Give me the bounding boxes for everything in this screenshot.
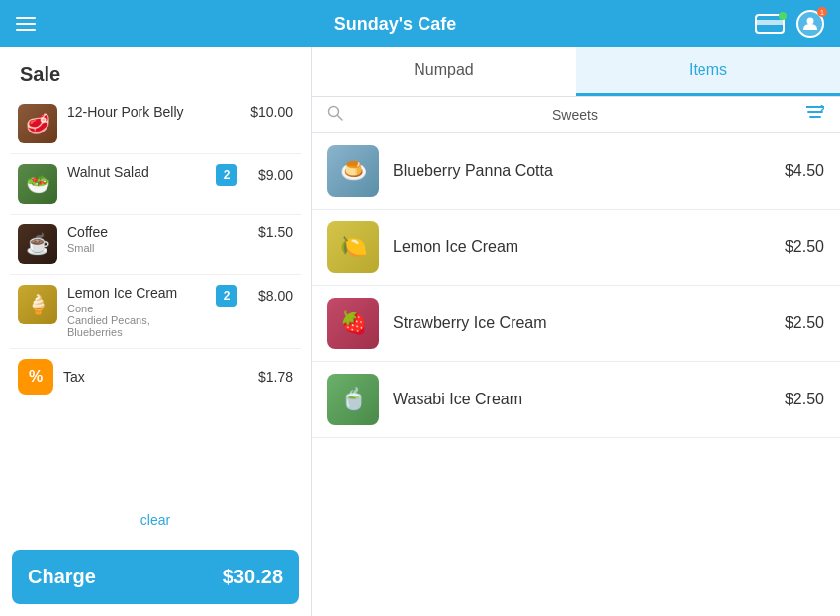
menu-item-price: $4.50 [785, 162, 824, 180]
sale-item-right: $10.00 [243, 104, 293, 120]
menu-item-price: $2.50 [785, 314, 824, 332]
menu-items-list: 🍮 Blueberry Panna Cotta $4.50 🍋 Lemon Ic… [312, 133, 840, 616]
svg-line-4 [338, 116, 343, 121]
menu-item-price: $2.50 [785, 391, 824, 408]
header-right: 1 [755, 10, 824, 38]
person-icon [802, 16, 818, 32]
menu-item[interactable]: 🍓 Strawberry Ice Cream $2.50 [312, 286, 840, 362]
sale-item[interactable]: 🍦 Lemon Ice Cream Cone Candied Pecans, B… [10, 275, 301, 349]
tax-row: % Tax $1.78 [10, 349, 301, 404]
sale-item-info: Coffee Small [67, 224, 233, 254]
user-avatar[interactable]: 1 [796, 10, 824, 38]
menu-item-name: Lemon Ice Cream [393, 238, 771, 256]
tax-price: $1.78 [258, 369, 293, 385]
quantity-badge: 2 [216, 285, 237, 307]
svg-point-2 [806, 18, 813, 25]
menu-item-image: 🍮 [327, 145, 379, 197]
sale-item-name: Lemon Ice Cream [67, 285, 206, 301]
tab-bar: Numpad Items [312, 47, 840, 97]
header-left [16, 17, 36, 31]
sale-item-image: 🥗 [18, 164, 57, 204]
sale-item-price: $1.50 [243, 224, 293, 240]
menu-item[interactable]: 🍋 Lemon Ice Cream $2.50 [312, 210, 840, 286]
sale-item[interactable]: ☕ Coffee Small $1.50 [10, 215, 301, 275]
menu-item-image: 🍋 [327, 221, 379, 273]
menu-item-image: 🍓 [327, 298, 379, 349]
main-content: Sale 🥩 12-Hour Pork Belly $10.00 🥗 Walnu… [0, 47, 840, 616]
search-icon [327, 105, 343, 125]
menu-button[interactable] [16, 17, 36, 31]
sale-item-name: Coffee [67, 224, 233, 240]
charge-label: Charge [28, 566, 96, 588]
sale-item-price: $9.00 [243, 167, 293, 183]
search-bar: Sweets [312, 97, 840, 133]
tab-items[interactable]: Items [576, 47, 840, 96]
sale-item-price: $8.00 [243, 288, 293, 304]
card-widget[interactable] [755, 14, 785, 34]
sale-panel: Sale 🥩 12-Hour Pork Belly $10.00 🥗 Walnu… [0, 47, 312, 616]
sale-item-name: 12-Hour Pork Belly [67, 104, 233, 120]
sale-items-list: 🥩 12-Hour Pork Belly $10.00 🥗 Walnut Sal… [0, 94, 311, 500]
sale-item-image: 🥩 [18, 104, 57, 143]
sale-title: Sale [0, 47, 311, 94]
svg-rect-1 [756, 20, 784, 25]
charge-amount: $30.28 [223, 566, 283, 588]
sale-item-sub: Cone Candied Pecans, Blueberries [67, 303, 206, 338]
menu-item-image: 🍵 [327, 374, 379, 425]
menu-item[interactable]: 🍵 Wasabi Ice Cream $2.50 [312, 362, 840, 438]
tab-numpad[interactable]: Numpad [312, 47, 576, 96]
sale-item[interactable]: 🥩 12-Hour Pork Belly $10.00 [10, 94, 301, 154]
filter-icon[interactable] [806, 105, 824, 125]
sale-item-info: Walnut Salad [67, 164, 206, 180]
sale-item[interactable]: 🥗 Walnut Salad 2 $9.00 [10, 154, 301, 215]
tax-icon: % [18, 359, 53, 395]
sale-item-name: Walnut Salad [67, 164, 206, 180]
quantity-badge: 2 [216, 164, 237, 186]
menu-item[interactable]: 🍮 Blueberry Panna Cotta $4.50 [312, 133, 840, 210]
sale-item-price: $10.00 [243, 104, 293, 120]
sale-item-right: 2 $8.00 [216, 285, 293, 307]
sale-item-info: 12-Hour Pork Belly [67, 104, 233, 120]
menu-item-price: $2.50 [785, 238, 824, 256]
items-panel: Numpad Items Sweets [312, 47, 840, 616]
category-label: Sweets [351, 107, 798, 123]
sale-item-right: 2 $9.00 [216, 164, 293, 186]
sale-item-sub: Small [67, 242, 233, 254]
sale-item-right: $1.50 [243, 224, 293, 240]
menu-item-name: Strawberry Ice Cream [393, 314, 771, 332]
menu-item-name: Wasabi Ice Cream [393, 391, 771, 408]
connection-status-dot [779, 12, 787, 20]
sale-item-image: 🍦 [18, 285, 57, 324]
app-header: Sunday's Cafe 1 [0, 0, 840, 47]
clear-button[interactable]: clear [0, 500, 311, 540]
sale-item-image: ☕ [18, 224, 57, 264]
app-title: Sunday's Cafe [334, 14, 456, 35]
tax-label: Tax [63, 369, 248, 385]
menu-item-name: Blueberry Panna Cotta [393, 162, 771, 180]
user-notification-badge: 1 [817, 7, 827, 17]
charge-button[interactable]: Charge $30.28 [12, 550, 299, 604]
sale-item-info: Lemon Ice Cream Cone Candied Pecans, Blu… [67, 285, 206, 338]
